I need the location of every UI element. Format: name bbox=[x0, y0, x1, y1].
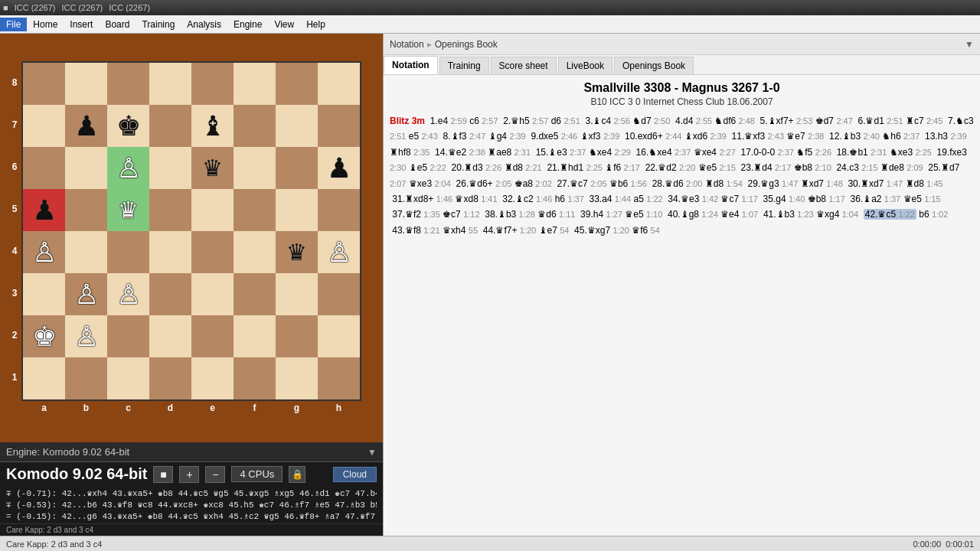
menu-file[interactable]: File bbox=[0, 18, 27, 31]
cell-d4[interactable] bbox=[149, 231, 191, 273]
cell-b3[interactable]: ♙ bbox=[65, 273, 107, 315]
cell-h3[interactable] bbox=[318, 273, 360, 315]
cell-f4[interactable] bbox=[234, 231, 276, 273]
cell-c3[interactable]: ♙ bbox=[107, 273, 149, 315]
cell-e2[interactable] bbox=[191, 315, 234, 357]
cell-h1[interactable] bbox=[318, 357, 360, 399]
cell-e4[interactable] bbox=[191, 231, 234, 273]
cell-b2[interactable]: ♙ bbox=[65, 315, 107, 357]
cell-f7[interactable] bbox=[234, 105, 276, 147]
cell-h5[interactable] bbox=[318, 189, 360, 231]
cell-b4[interactable] bbox=[65, 231, 107, 273]
cell-a6[interactable] bbox=[23, 147, 65, 189]
cell-c4[interactable] bbox=[107, 231, 149, 273]
piece-c3: ♙ bbox=[116, 281, 141, 308]
engine-zoom-in-btn[interactable]: + bbox=[179, 466, 199, 483]
cell-e8[interactable] bbox=[191, 63, 234, 105]
piece-e7: ♝ bbox=[201, 112, 225, 140]
cell-a2[interactable]: ♚ bbox=[23, 315, 65, 357]
cell-b5[interactable] bbox=[65, 189, 107, 231]
cell-c6[interactable]: ♙ bbox=[107, 147, 149, 189]
cell-d6[interactable] bbox=[149, 147, 191, 189]
cell-c7[interactable]: ♚ bbox=[107, 105, 149, 147]
cell-f1[interactable] bbox=[234, 357, 276, 399]
cell-f6[interactable] bbox=[234, 147, 276, 189]
cell-e6[interactable]: ♛ bbox=[191, 147, 234, 189]
engine-cpu-btn[interactable]: 4 CPUs bbox=[231, 466, 283, 482]
menu-help[interactable]: Help bbox=[300, 18, 332, 31]
black-rating: 3267 bbox=[731, 81, 759, 94]
menu-insert[interactable]: Insert bbox=[64, 18, 99, 31]
engine-main: Komodo 9.02 64-bit ■ + − 4 CPUs 🔒 Cloud bbox=[0, 462, 383, 486]
cell-f2[interactable] bbox=[234, 315, 276, 357]
cell-g1[interactable] bbox=[276, 357, 318, 399]
menu-board[interactable]: Board bbox=[99, 18, 136, 31]
chess-board[interactable]: ♟ ♚ ♝ ♙ ♛ ♟ ♟ bbox=[21, 61, 361, 401]
tab-scoresheet[interactable]: Score sheet bbox=[491, 57, 557, 74]
cell-d2[interactable] bbox=[149, 315, 191, 357]
piece-c5: ♛ bbox=[118, 199, 139, 222]
menu-view[interactable]: View bbox=[268, 18, 300, 31]
tab-livebook[interactable]: LiveBook bbox=[558, 57, 612, 74]
cell-a3[interactable] bbox=[23, 273, 65, 315]
cell-b8[interactable] bbox=[65, 63, 107, 105]
status-time: 0:00:00 0:00:01 bbox=[913, 540, 974, 549]
cell-c2[interactable] bbox=[107, 315, 149, 357]
status-left: Care Kapp: 2 d3 and 3 c4 bbox=[6, 540, 102, 549]
menu-training[interactable]: Training bbox=[136, 18, 181, 31]
engine-lock-btn[interactable]: 🔒 bbox=[289, 466, 305, 483]
menu-home[interactable]: Home bbox=[27, 18, 64, 31]
rank-8: 8 bbox=[8, 61, 21, 103]
tab-training[interactable]: Training bbox=[439, 57, 489, 74]
cell-a8[interactable] bbox=[23, 63, 65, 105]
menu-engine[interactable]: Engine bbox=[227, 18, 268, 31]
cell-c8[interactable] bbox=[107, 63, 149, 105]
cell-h7[interactable] bbox=[318, 105, 360, 147]
menu-analysis[interactable]: Analysis bbox=[181, 18, 227, 31]
cell-g6[interactable] bbox=[276, 147, 318, 189]
engine-cloud-btn[interactable]: Cloud bbox=[333, 467, 377, 482]
cell-d7[interactable] bbox=[149, 105, 191, 147]
cell-f8[interactable] bbox=[234, 63, 276, 105]
cell-h6[interactable]: ♟ bbox=[318, 147, 360, 189]
cell-g2[interactable] bbox=[276, 315, 318, 357]
cell-c1[interactable] bbox=[107, 357, 149, 399]
tab-openings[interactable]: Openings Book bbox=[614, 57, 694, 74]
cell-g3[interactable] bbox=[276, 273, 318, 315]
cell-e5[interactable] bbox=[191, 189, 234, 231]
cell-b1[interactable] bbox=[65, 357, 107, 399]
panel-dropdown-arrow[interactable]: ▼ bbox=[965, 39, 974, 50]
engine-zoom-out-btn[interactable]: − bbox=[205, 466, 225, 483]
cell-e7[interactable]: ♝ bbox=[191, 105, 234, 147]
tab-notation[interactable]: Notation bbox=[384, 56, 438, 74]
cell-a4[interactable]: ♙ bbox=[23, 231, 65, 273]
moves-area[interactable]: Blitz 3m 1.e4 2:59 c6 2:57 2.♛h5 2:57 d6… bbox=[384, 110, 980, 536]
cell-h8[interactable] bbox=[318, 63, 360, 105]
engine-stop-btn[interactable]: ■ bbox=[153, 466, 173, 483]
cell-g5[interactable] bbox=[276, 189, 318, 231]
engine-collapse-icon[interactable]: ▼ bbox=[368, 447, 377, 458]
cell-e1[interactable] bbox=[191, 357, 234, 399]
cell-g4[interactable]: ♛ bbox=[276, 231, 318, 273]
cell-h2[interactable] bbox=[318, 315, 360, 357]
tabs-bar: Notation Training Score sheet LiveBook O… bbox=[384, 55, 980, 75]
cell-g7[interactable] bbox=[276, 105, 318, 147]
cell-a1[interactable] bbox=[23, 357, 65, 399]
cell-e3[interactable] bbox=[191, 273, 234, 315]
cell-d5[interactable] bbox=[149, 189, 191, 231]
cell-a5[interactable]: ♟ bbox=[23, 189, 65, 231]
cell-d1[interactable] bbox=[149, 357, 191, 399]
cell-b7[interactable]: ♟ bbox=[65, 105, 107, 147]
cell-b6[interactable] bbox=[65, 147, 107, 189]
rank-5: 5 bbox=[8, 187, 21, 230]
white-player-name: Smallville bbox=[583, 81, 640, 94]
cell-d8[interactable] bbox=[149, 63, 191, 105]
cell-f5[interactable] bbox=[234, 189, 276, 231]
cell-d3[interactable] bbox=[149, 273, 191, 315]
cell-g8[interactable] bbox=[276, 63, 318, 105]
cell-c5[interactable]: ♛ bbox=[107, 189, 149, 231]
cell-a7[interactable] bbox=[23, 105, 65, 147]
cell-h4[interactable]: ♙ bbox=[318, 231, 360, 273]
cell-f3[interactable] bbox=[234, 273, 276, 315]
main-area: 8 7 6 5 4 3 2 1 bbox=[0, 34, 980, 536]
